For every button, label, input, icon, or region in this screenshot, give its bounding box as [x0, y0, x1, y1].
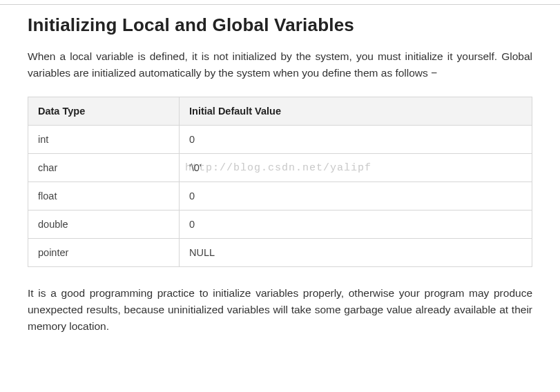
cell-type: float: [28, 182, 180, 210]
table-row: float 0: [28, 182, 532, 210]
section-heading: Initializing Local and Global Variables: [28, 14, 532, 36]
cell-type: double: [28, 210, 180, 239]
watermark-text: http://blog.csdn.net/yalipf: [185, 162, 371, 174]
cell-type: int: [28, 126, 180, 154]
outro-paragraph: It is a good programming practice to ini…: [28, 285, 532, 335]
document-page: Initializing Local and Global Variables …: [0, 4, 560, 364]
cell-value-text: '\0': [189, 162, 202, 173]
cell-value: NULL: [180, 239, 532, 267]
col-header-data-type: Data Type: [28, 97, 180, 126]
table-row: int 0: [28, 126, 532, 154]
cell-value: http://blog.csdn.net/yalipf '\0': [180, 154, 532, 182]
cell-value: 0: [180, 182, 532, 210]
intro-paragraph: When a local variable is defined, it is …: [28, 48, 532, 81]
table-header-row: Data Type Initial Default Value: [28, 97, 532, 126]
cell-value: 0: [180, 126, 532, 154]
cell-type: pointer: [28, 239, 180, 267]
cell-value: 0: [180, 210, 532, 239]
col-header-initial-value: Initial Default Value: [180, 97, 532, 126]
table-row: pointer NULL: [28, 239, 532, 267]
default-values-table: Data Type Initial Default Value int 0 ch…: [28, 97, 532, 267]
cell-type: char: [28, 154, 180, 182]
table-row: char http://blog.csdn.net/yalipf '\0': [28, 154, 532, 182]
table-row: double 0: [28, 210, 532, 239]
